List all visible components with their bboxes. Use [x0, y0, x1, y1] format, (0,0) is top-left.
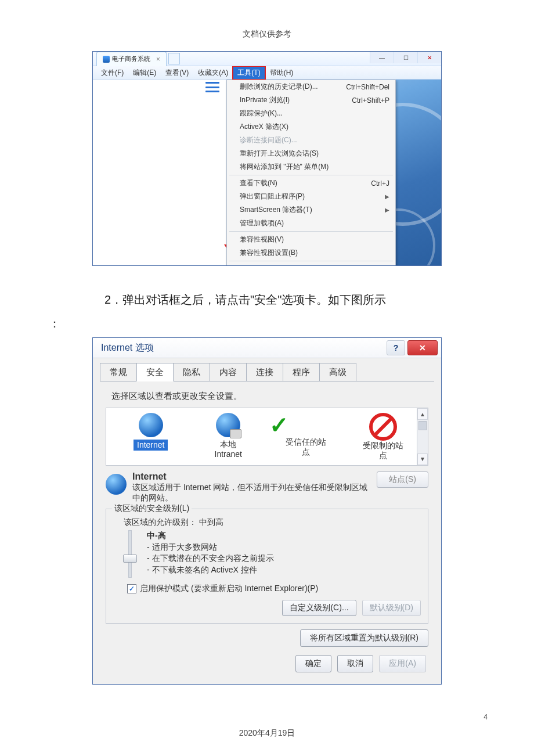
zone-label: 受信任的站 点 [267, 437, 345, 457]
zone-internet[interactable]: Internet [112, 411, 190, 453]
ok-button[interactable]: 确定 [295, 655, 331, 672]
fieldset-legend: 该区域的安全级别(L) [112, 503, 192, 514]
zone-scrollbar[interactable]: ▲ ▼ [417, 408, 428, 465]
menuitem-label: InPrivate 浏览(I) [240, 95, 290, 105]
scroll-track [417, 431, 428, 453]
menuitem-compat-view[interactable]: 兼容性视图(V) [227, 233, 395, 246]
scroll-up-icon[interactable]: ▲ [417, 408, 428, 420]
slider-thumb[interactable] [123, 555, 137, 563]
zone-intranet[interactable]: 本地 Intranet [190, 411, 268, 462]
level-bullet: - 适用于大多数网站 [147, 542, 274, 553]
zone-selector: Internet 本地 Intranet ✓ 受信任的站 点 受限制的站 点 [106, 408, 428, 466]
menuitem-label: 弹出窗口阻止程序(P) [240, 192, 305, 201]
zone-label: 本地 Intranet [190, 440, 268, 459]
menuitem-shortcut: Ctrl+Shift+Del [346, 83, 389, 91]
zone-label: 受限制的站 点 [345, 441, 423, 460]
slider-track [128, 530, 132, 578]
zone-desc-text: 该区域适用于 Internet 网站，但不适用于列在受信任和受限制区域中的网站。 [132, 482, 371, 503]
security-level-slider[interactable] [121, 530, 139, 577]
menu-edit[interactable]: 编辑(E) [128, 66, 161, 80]
dialog-title: Internet 选项 [101, 342, 154, 354]
scroll-down-icon[interactable]: ▼ [417, 453, 428, 465]
page-number: 4 [484, 713, 488, 721]
menuitem-activex-filtering[interactable]: ActiveX 筛选(X) [227, 120, 395, 134]
tools-dropdown: 删除浏览的历史记录(D)... Ctrl+Shift+Del InPrivate… [226, 80, 396, 265]
tab-content[interactable]: 内容 [210, 363, 247, 381]
dialog-tabstrip: 常规 安全 隐私 内容 连接 程序 高级 [100, 363, 434, 381]
intranet-icon [216, 413, 240, 437]
tab-connections[interactable]: 连接 [246, 363, 283, 381]
footer-date: 2020年4月19日 [0, 728, 534, 739]
zone-label: Internet [134, 440, 168, 451]
maximize-button[interactable]: ☐ [394, 52, 417, 63]
menuitem-compat-settings[interactable]: 兼容性视图设置(B) [227, 246, 395, 260]
submenu-arrow-icon: ▶ [385, 193, 389, 200]
menuitem-label: 跟踪保护(K)... [240, 109, 283, 118]
menu-file[interactable]: 文件(F) [96, 66, 128, 80]
menuitem-delete-history[interactable]: 删除浏览的历史记录(D)... Ctrl+Shift+Del [227, 80, 395, 93]
minimize-button[interactable]: — [370, 52, 394, 63]
tab-advanced[interactable]: 高级 [319, 363, 356, 381]
tab-programs[interactable]: 程序 [283, 363, 320, 381]
menu-favorites[interactable]: 收藏夹(A) [193, 66, 233, 80]
menuitem-popup-blocker[interactable]: 弹出窗口阻止程序(P) ▶ [227, 190, 395, 203]
menuitem-label: SmartScreen 筛选器(T) [240, 205, 312, 215]
zone-restricted[interactable]: 受限制的站 点 [345, 411, 423, 463]
menuitem-label: ActiveX 筛选(X) [240, 122, 288, 132]
tab-general[interactable]: 常规 [100, 363, 137, 381]
select-zone-label: 选择区域以查看或更改安全设置。 [100, 388, 434, 408]
menuitem-label: 管理加载项(A) [240, 218, 284, 228]
menuitem-label: 将网站添加到 "开始" 菜单(M) [240, 162, 329, 172]
close-button[interactable]: ✕ [417, 52, 441, 63]
sites-button[interactable]: 站点(S) [377, 471, 428, 488]
reset-zones-button[interactable]: 将所有区域重置为默认级别(R) [300, 629, 428, 647]
new-tab-button[interactable] [168, 53, 180, 64]
scroll-thumb[interactable] [418, 421, 427, 430]
ie-browser-window: 电子商务系统 × — ☐ ✕ 文件(F) 编辑(E) 查看(V) 收藏夹(A) … [92, 51, 442, 266]
ie-content-area: 删除浏览的历史记录(D)... Ctrl+Shift+Del InPrivate… [93, 80, 441, 265]
tab-security[interactable]: 安全 [136, 363, 174, 381]
menuitem-inprivate[interactable]: InPrivate 浏览(I) Ctrl+Shift+P [227, 93, 395, 107]
submenu-arrow-icon: ▶ [385, 207, 389, 213]
zone-trusted[interactable]: ✓ 受信任的站 点 [267, 411, 345, 459]
menu-separator [229, 261, 393, 261]
check-icon: ✓ [267, 413, 291, 437]
checkbox-icon[interactable]: ✓ [127, 584, 136, 593]
security-level-group: 该区域的安全级别(L) 该区域的允许级别： 中到高 中-高 - 适用于大多数网站… [106, 509, 428, 624]
zone-description: Internet 该区域适用于 Internet 网站，但不适用于列在受信任和受… [106, 471, 428, 503]
menuitem-shortcut: Ctrl+Shift+P [352, 96, 389, 105]
window-controls: — ☐ ✕ [370, 52, 441, 63]
tab-privacy[interactable]: 隐私 [173, 363, 210, 381]
menu-help[interactable]: 帮助(H) [265, 66, 298, 80]
menuitem-label: 兼容性视图设置(B) [240, 248, 298, 258]
tab-close-icon[interactable]: × [153, 55, 160, 63]
tab-title: 电子商务系统 [112, 55, 150, 63]
apply-button[interactable]: 应用(A) [379, 655, 426, 672]
menuitem-view-downloads[interactable]: 查看下载(N) Ctrl+J [227, 177, 395, 190]
level-bullet: - 在下载潜在的不安全内容之前提示 [147, 553, 274, 564]
protected-mode-checkbox[interactable]: ✓ 启用保护模式 (要求重新启动 Internet Explorer)(P) [127, 584, 421, 594]
menu-view[interactable]: 查看(V) [161, 66, 193, 80]
menuitem-manage-addons[interactable]: 管理加载项(A) [227, 217, 395, 230]
cancel-button[interactable]: 取消 [337, 655, 373, 672]
restricted-icon [369, 413, 397, 441]
menu-separator [229, 231, 393, 232]
menuitem-reopen-session[interactable]: 重新打开上次浏览会话(S) [227, 147, 395, 160]
close-button[interactable]: ✕ [407, 340, 438, 355]
page-icon [103, 56, 110, 63]
menu-tools[interactable]: 工具(T) [233, 66, 265, 80]
menuitem-label: 重新打开上次浏览会话(S) [240, 149, 319, 159]
help-button[interactable]: ? [387, 340, 405, 355]
custom-level-button[interactable]: 自定义级别(C)... [282, 600, 356, 616]
menuitem-label: 删除浏览的历史记录(D)... [240, 82, 318, 92]
menuitem-shortcut: Ctrl+J [371, 179, 389, 188]
menuitem-add-to-start[interactable]: 将网站添加到 "开始" 菜单(M) [227, 160, 395, 174]
internet-options-dialog: Internet 选项 ? ✕ 常规 安全 隐私 内容 连接 程序 高级 选择区… [92, 337, 442, 685]
level-description: 中-高 - 适用于大多数网站 - 在下载潜在的不安全内容之前提示 - 不下载未签… [147, 530, 274, 577]
menuitem-tracking-protection[interactable]: 跟踪保护(K)... [227, 107, 395, 120]
menuitem-smartscreen[interactable]: SmartScreen 筛选器(T) ▶ [227, 203, 395, 217]
menuitem-label: 兼容性视图(V) [240, 235, 284, 244]
dialog-body: 常规 安全 隐私 内容 连接 程序 高级 选择区域以查看或更改安全设置。 Int… [93, 358, 441, 684]
browser-tab[interactable]: 电子商务系统 × [96, 52, 167, 66]
default-level-button[interactable]: 默认级别(D) [362, 600, 421, 616]
